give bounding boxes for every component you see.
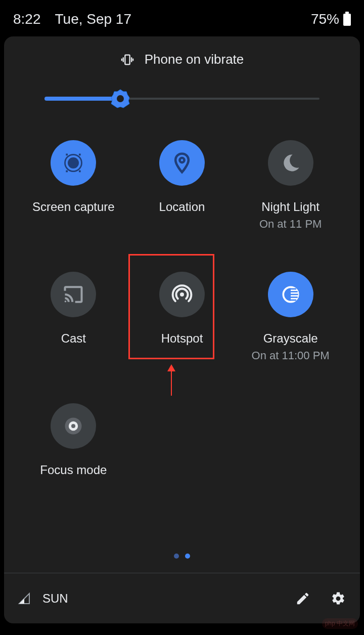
svg-rect-9 <box>66 154 68 156</box>
battery-percent: 75% <box>311 11 339 27</box>
page-indicator[interactable] <box>4 554 360 559</box>
svg-point-7 <box>68 157 79 168</box>
svg-rect-11 <box>66 171 68 173</box>
quick-settings-panel: Phone on vibrate Screen capture <box>4 36 360 623</box>
cast-icon <box>51 272 96 317</box>
svg-rect-10 <box>79 154 81 156</box>
panel-footer: SUN <box>4 573 360 623</box>
status-bar: 8:22 Tue, Sep 17 75% <box>0 0 364 36</box>
battery-icon <box>343 13 351 26</box>
tile-hotspot[interactable]: Hotspot <box>128 266 237 397</box>
tile-screen-capture[interactable]: Screen capture <box>19 134 128 266</box>
vibrate-icon <box>120 53 134 67</box>
location-pin-icon <box>159 140 205 186</box>
settings-button[interactable] <box>331 591 346 606</box>
edit-button[interactable] <box>295 591 310 606</box>
hotspot-icon <box>159 272 205 317</box>
svg-rect-12 <box>79 171 81 173</box>
quick-tiles-grid: Screen capture Location Night Light On a… <box>19 134 345 529</box>
tile-sublabel: On at 11 PM <box>259 218 322 231</box>
svg-point-15 <box>180 292 184 297</box>
tile-label: Screen capture <box>32 199 115 215</box>
ringer-status[interactable]: Phone on vibrate <box>19 52 345 67</box>
tile-label: Location <box>159 199 205 215</box>
carrier-label: SUN <box>42 591 68 606</box>
signal-icon <box>18 592 30 605</box>
page-dot[interactable] <box>174 554 179 559</box>
tile-cast[interactable]: Cast <box>19 266 128 397</box>
status-date: Tue, Sep 17 <box>55 11 132 27</box>
page-dot-current[interactable] <box>185 554 190 559</box>
tile-label: Grayscale <box>263 330 318 346</box>
annotation-arrow <box>171 365 172 396</box>
tile-sublabel: On at 11:00 PM <box>252 349 330 362</box>
ringer-text: Phone on vibrate <box>145 52 244 67</box>
tile-label: Hotspot <box>161 330 203 346</box>
camera-icon <box>51 140 96 186</box>
brightness-slider[interactable] <box>44 89 320 109</box>
svg-point-13 <box>179 158 184 162</box>
tile-focus-mode[interactable]: Focus mode <box>19 397 128 529</box>
moon-icon <box>268 140 313 186</box>
watermark: php 中文网 <box>322 618 358 629</box>
tile-location[interactable]: Location <box>128 134 237 266</box>
tile-label: Cast <box>61 330 86 346</box>
status-time: 8:22 <box>13 11 41 27</box>
focus-icon <box>51 403 96 449</box>
tile-label: Night Light <box>261 199 320 215</box>
svg-rect-0 <box>125 55 129 64</box>
grayscale-icon <box>268 272 313 317</box>
svg-point-14 <box>65 301 67 303</box>
svg-point-6 <box>117 95 124 102</box>
svg-point-24 <box>71 424 75 428</box>
brightness-thumb-icon[interactable] <box>110 89 130 109</box>
tile-night-light[interactable]: Night Light On at 11 PM <box>236 134 345 266</box>
tile-grayscale[interactable]: Grayscale On at 11:00 PM <box>236 266 345 397</box>
tile-label: Focus mode <box>40 462 107 478</box>
